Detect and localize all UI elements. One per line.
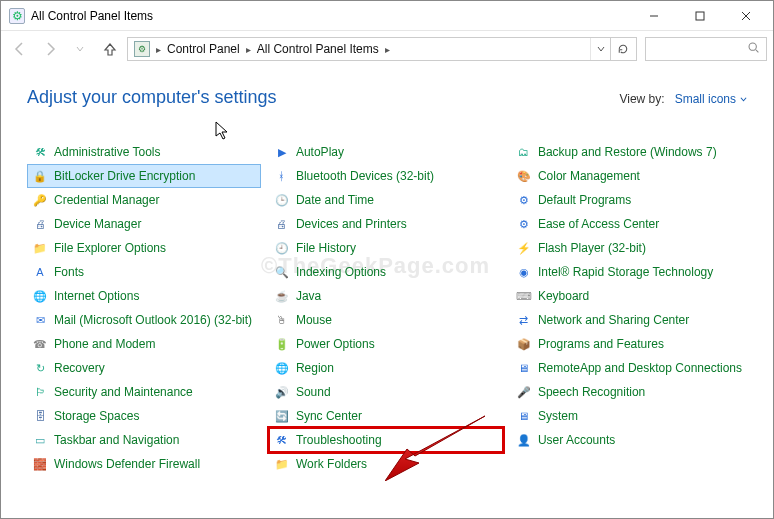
item-label: Intel® Rapid Storage Technology [538, 265, 713, 279]
item-file-explorer-options[interactable]: 📁File Explorer Options [27, 236, 261, 260]
svg-rect-1 [696, 12, 704, 20]
item-label: Devices and Printers [296, 217, 407, 231]
item-label: System [538, 409, 578, 423]
item-label: Network and Sharing Center [538, 313, 689, 327]
item-system[interactable]: 🖥System [511, 404, 747, 428]
address-dropdown-button[interactable] [590, 38, 610, 60]
items-grid: 🛠Administrative Tools🔒BitLocker Drive En… [27, 140, 747, 476]
nav-recent-button[interactable] [67, 36, 93, 62]
item-mouse[interactable]: 🖱Mouse [269, 308, 503, 332]
item-label: File History [296, 241, 356, 255]
chevron-right-icon[interactable]: ▸ [244, 44, 253, 55]
item-bitlocker-drive-encryption[interactable]: 🔒BitLocker Drive Encryption [27, 164, 261, 188]
item-device-manager[interactable]: 🖨Device Manager [27, 212, 261, 236]
taskbar-and-navigation-icon: ▭ [32, 432, 48, 448]
item-label: Programs and Features [538, 337, 664, 351]
item-indexing-options[interactable]: 🔍Indexing Options [269, 260, 503, 284]
item-remoteapp[interactable]: 🖥RemoteApp and Desktop Connections [511, 356, 747, 380]
item-label: Fonts [54, 265, 84, 279]
item-administrative-tools[interactable]: 🛠Administrative Tools [27, 140, 261, 164]
page-heading: Adjust your computer's settings [27, 87, 277, 108]
item-label: Storage Spaces [54, 409, 139, 423]
item-label: Default Programs [538, 193, 631, 207]
item-bluetooth-devices[interactable]: ᚼBluetooth Devices (32-bit) [269, 164, 503, 188]
item-taskbar-and-navigation[interactable]: ▭Taskbar and Navigation [27, 428, 261, 452]
chevron-right-icon[interactable]: ▸ [383, 44, 392, 55]
work-folders-icon: 📁 [274, 456, 290, 472]
viewby-label: View by: [619, 92, 664, 106]
item-programs-and-features[interactable]: 📦Programs and Features [511, 332, 747, 356]
item-java[interactable]: ☕Java [269, 284, 503, 308]
item-flash-player[interactable]: ⚡Flash Player (32-bit) [511, 236, 747, 260]
item-recovery[interactable]: ↻Recovery [27, 356, 261, 380]
item-label: Recovery [54, 361, 105, 375]
item-date-and-time[interactable]: 🕒Date and Time [269, 188, 503, 212]
breadcrumb-root[interactable]: Control Panel [163, 38, 244, 60]
ease-of-access-center-icon: ⚙ [516, 216, 532, 232]
item-label: Internet Options [54, 289, 139, 303]
item-label: Region [296, 361, 334, 375]
item-security-and-maintenance[interactable]: 🏳Security and Maintenance [27, 380, 261, 404]
address-bar[interactable]: ⚙ ▸ Control Panel ▸ All Control Panel It… [127, 37, 637, 61]
item-backup-and-restore[interactable]: 🗂Backup and Restore (Windows 7) [511, 140, 747, 164]
item-region[interactable]: 🌐Region [269, 356, 503, 380]
item-work-folders[interactable]: 📁Work Folders [269, 452, 503, 476]
keyboard-icon: ⌨ [516, 288, 532, 304]
chevron-right-icon[interactable]: ▸ [154, 44, 163, 55]
item-phone-and-modem[interactable]: ☎Phone and Modem [27, 332, 261, 356]
item-credential-manager[interactable]: 🔑Credential Manager [27, 188, 261, 212]
item-user-accounts[interactable]: 👤User Accounts [511, 428, 747, 452]
item-network-and-sharing-center[interactable]: ⇄Network and Sharing Center [511, 308, 747, 332]
close-button[interactable] [723, 1, 769, 31]
viewby-dropdown[interactable]: Small icons [675, 92, 747, 106]
item-internet-options[interactable]: 🌐Internet Options [27, 284, 261, 308]
mouse-icon: 🖱 [274, 312, 290, 328]
item-devices-and-printers[interactable]: 🖨Devices and Printers [269, 212, 503, 236]
item-label: Sync Center [296, 409, 362, 423]
item-file-history[interactable]: 🕘File History [269, 236, 503, 260]
nav-up-button[interactable] [97, 36, 123, 62]
internet-options-icon: 🌐 [32, 288, 48, 304]
user-accounts-icon: 👤 [516, 432, 532, 448]
item-autoplay[interactable]: ▶AutoPlay [269, 140, 503, 164]
item-label: Flash Player (32-bit) [538, 241, 646, 255]
file-explorer-options-icon: 📁 [32, 240, 48, 256]
item-default-programs[interactable]: ⚙Default Programs [511, 188, 747, 212]
refresh-button[interactable] [610, 38, 634, 60]
item-mail[interactable]: ✉Mail (Microsoft Outlook 2016) (32-bit) [27, 308, 261, 332]
viewby-value: Small icons [675, 92, 736, 106]
item-fonts[interactable]: AFonts [27, 260, 261, 284]
item-label: Keyboard [538, 289, 589, 303]
item-sync-center[interactable]: 🔄Sync Center [269, 404, 503, 428]
storage-spaces-icon: 🗄 [32, 408, 48, 424]
date-and-time-icon: 🕒 [274, 192, 290, 208]
content-area: Adjust your computer's settings View by:… [1, 67, 773, 482]
default-programs-icon: ⚙ [516, 192, 532, 208]
maximize-button[interactable] [677, 1, 723, 31]
phone-and-modem-icon: ☎ [32, 336, 48, 352]
item-color-management[interactable]: 🎨Color Management [511, 164, 747, 188]
item-keyboard[interactable]: ⌨Keyboard [511, 284, 747, 308]
item-label: Power Options [296, 337, 375, 351]
item-intel-rapid-storage[interactable]: ◉Intel® Rapid Storage Technology [511, 260, 747, 284]
item-power-options[interactable]: 🔋Power Options [269, 332, 503, 356]
breadcrumb-current[interactable]: All Control Panel Items [253, 38, 383, 60]
item-troubleshooting[interactable]: 🛠Troubleshooting [269, 428, 503, 452]
item-ease-of-access-center[interactable]: ⚙Ease of Access Center [511, 212, 747, 236]
item-label: Indexing Options [296, 265, 386, 279]
item-label: File Explorer Options [54, 241, 166, 255]
item-label: BitLocker Drive Encryption [54, 169, 195, 183]
item-label: Backup and Restore (Windows 7) [538, 145, 717, 159]
item-storage-spaces[interactable]: 🗄Storage Spaces [27, 404, 261, 428]
search-input[interactable] [645, 37, 767, 61]
item-label: Java [296, 289, 321, 303]
minimize-button[interactable] [631, 1, 677, 31]
item-speech-recognition[interactable]: 🎤Speech Recognition [511, 380, 747, 404]
flash-player-icon: ⚡ [516, 240, 532, 256]
item-label: Device Manager [54, 217, 141, 231]
nav-back-button[interactable] [7, 36, 33, 62]
item-windows-defender-firewall[interactable]: 🧱Windows Defender Firewall [27, 452, 261, 476]
nav-forward-button[interactable] [37, 36, 63, 62]
item-label: RemoteApp and Desktop Connections [538, 361, 742, 375]
item-sound[interactable]: 🔊Sound [269, 380, 503, 404]
